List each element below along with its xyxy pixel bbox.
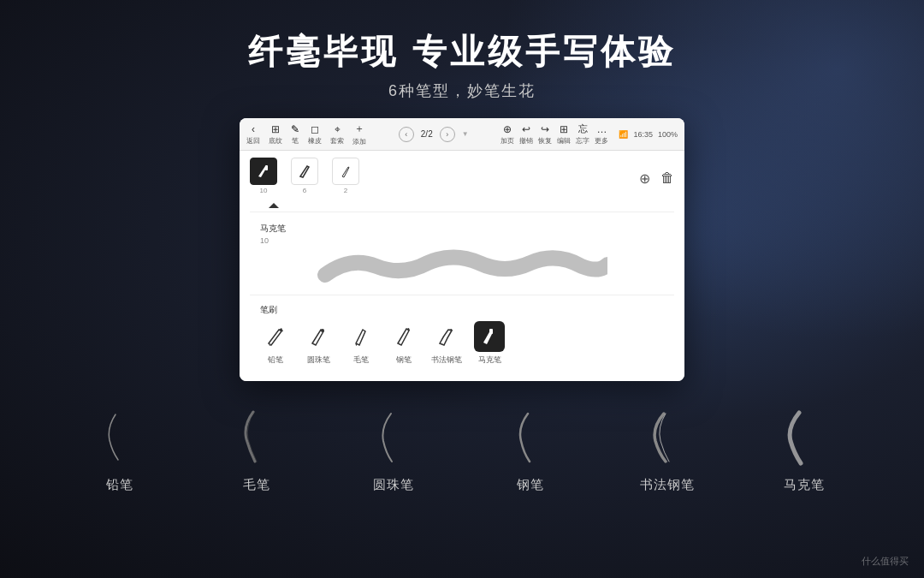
pen-label: 笔: [292, 136, 299, 146]
stroke-canvas: [260, 245, 664, 288]
divider: [250, 212, 674, 212]
stroke-wave-svg: [317, 247, 607, 285]
redo-icon: ↪: [541, 123, 549, 135]
sub-title: 6种笔型，妙笔生花: [248, 80, 675, 101]
brush-types-row: 10 6: [250, 158, 359, 194]
svg-rect-2: [489, 329, 493, 334]
showcase-marker: 马克笔: [736, 402, 873, 493]
toolbar-more[interactable]: … 更多: [595, 123, 608, 146]
toolbar-eraser[interactable]: ◻ 橡皮: [308, 123, 322, 146]
marker-label: 马克笔: [478, 355, 501, 366]
wifi-icon: 📶: [619, 130, 628, 139]
tool-brush[interactable]: 毛笔: [346, 321, 376, 366]
more-label: 更多: [595, 136, 608, 146]
brush-type-marker[interactable]: 10: [250, 158, 277, 194]
showcase-fountain-label: 钢笔: [517, 477, 544, 493]
brush-icon-pen1: [291, 158, 318, 185]
forget-icon: 忘: [578, 122, 588, 135]
toolbar-undo[interactable]: ↩ 撤销: [519, 123, 533, 146]
calligraphy-label: 书法钢笔: [431, 355, 462, 366]
toolbar-right: ⊕ 加页 ↩ 撤销 ↪ 恢复 ⊞ 编辑 忘 忘字: [500, 122, 678, 146]
undo-icon: ↩: [522, 123, 530, 135]
ballpen-icon: [303, 321, 334, 352]
tools-section-label: 笔刷: [260, 304, 664, 316]
pen-showcase: 铅笔 毛笔 圆珠笔 钢笔: [0, 402, 924, 493]
main-title: 纤毫毕现 专业级手写体验: [248, 31, 675, 72]
toolbar-center: ‹ 2/2 › ▼: [399, 127, 469, 142]
toolbar-edit[interactable]: ⊞ 编辑: [557, 123, 571, 146]
delete-brush-icon[interactable]: 🗑: [660, 170, 674, 187]
top-section: 纤毫毕现 专业级手写体验 6种笔型，妙笔生花: [248, 31, 675, 101]
calligraphy-stroke-svg: [633, 402, 702, 470]
brush-size-2: 6: [303, 187, 306, 194]
pattern-label: 底纹: [269, 136, 282, 146]
marker-stroke-svg: [770, 402, 838, 470]
pattern-icon: ⊞: [271, 123, 280, 135]
tool-marker[interactable]: 马克笔: [474, 321, 505, 366]
battery-display: 100%: [658, 130, 678, 139]
showcase-calligraphy-label: 书法钢笔: [640, 477, 695, 493]
more-icon: …: [596, 123, 607, 135]
showcase-fountain: 钢笔: [462, 402, 599, 493]
stroke-size-label: 10: [260, 236, 664, 245]
toolbar-back[interactable]: ‹ 返回: [246, 123, 260, 146]
action-icons: ⊕ 🗑: [639, 170, 674, 187]
tool-ballpen[interactable]: 圆珠笔: [303, 321, 334, 366]
svg-rect-0: [265, 165, 268, 170]
tool-calligraphy[interactable]: 书法钢笔: [431, 321, 462, 366]
calligraphy-icon: [431, 321, 462, 352]
brush-icon-marker: [250, 158, 277, 185]
brush-label: 毛笔: [353, 355, 369, 366]
back-icon: ‹: [252, 123, 255, 135]
add-label: 添加: [352, 137, 366, 146]
brush-type-pen1[interactable]: 6: [291, 158, 318, 194]
brush-type-pen2[interactable]: 2: [332, 158, 359, 194]
ballpen-stroke-svg: [359, 402, 428, 470]
fountain-label: 钢笔: [396, 355, 412, 366]
tool-fountain[interactable]: 钢笔: [388, 321, 419, 366]
pen-icon: ✎: [291, 123, 299, 135]
showcase-ballpen-label: 圆珠笔: [373, 477, 414, 493]
redo-label: 恢复: [538, 136, 552, 146]
marker-svg: [255, 163, 272, 180]
undo-label: 撤销: [519, 136, 533, 146]
toolbar-pattern[interactable]: ⊞ 底纹: [269, 123, 282, 146]
showcase-brush-label: 毛笔: [243, 477, 270, 493]
showcase-ballpen: 圆珠笔: [325, 402, 462, 493]
toolbar-lasso[interactable]: ⌖ 套索: [330, 123, 344, 146]
toolbar-forget[interactable]: 忘 忘字: [576, 122, 589, 146]
toolbar-left: ‹ 返回 ⊞ 底纹 ✎ 笔 ◻ 橡皮 ⌖ 套索: [246, 122, 366, 146]
pen2-svg: [337, 163, 354, 180]
showcase-pencil: 铅笔: [51, 402, 188, 493]
prev-page-button[interactable]: ‹: [399, 127, 414, 142]
page-dropdown-icon: ▼: [462, 130, 469, 138]
main-content: 纤毫毕现 专业级手写体验 6种笔型，妙笔生花 ‹ 返回 ⊞ 底纹 ✎ 笔: [0, 0, 924, 578]
next-page-button[interactable]: ›: [440, 127, 455, 142]
edit-label: 编辑: [557, 136, 571, 146]
page-info: 2/2: [421, 129, 433, 139]
toolbar-pen[interactable]: ✎ 笔: [291, 123, 299, 146]
brush-stroke-display-svg: [222, 402, 291, 470]
toolbar-add[interactable]: ＋ 添加: [352, 122, 366, 146]
lasso-label: 套索: [330, 136, 344, 146]
svg-point-1: [321, 329, 324, 332]
brush-size-3: 2: [344, 187, 347, 194]
addpage-icon: ⊕: [503, 123, 512, 135]
toolbar-addpage[interactable]: ⊕ 加页: [500, 123, 514, 146]
tools-row: 铅笔 圆珠笔 毛笔: [260, 321, 664, 366]
add-brush-icon[interactable]: ⊕: [639, 170, 650, 187]
toolbar-redo[interactable]: ↪ 恢复: [538, 123, 552, 146]
divider2: [250, 295, 674, 295]
lasso-icon: ⌖: [335, 123, 341, 135]
ballpen-label: 圆珠笔: [307, 355, 330, 366]
tool-pencil[interactable]: 铅笔: [260, 321, 291, 366]
showcase-pencil-label: 铅笔: [106, 477, 133, 493]
brush-icon-pen2: [332, 158, 359, 185]
time-display: 16:35: [633, 130, 653, 139]
add-icon: ＋: [354, 122, 364, 136]
brush-panel: 10 6: [240, 151, 684, 381]
selected-indicator: [269, 203, 674, 208]
stroke-name-label: 马克笔: [260, 223, 664, 235]
eraser-icon: ◻: [311, 123, 319, 135]
toolbar: ‹ 返回 ⊞ 底纹 ✎ 笔 ◻ 橡皮 ⌖ 套索: [240, 118, 684, 151]
